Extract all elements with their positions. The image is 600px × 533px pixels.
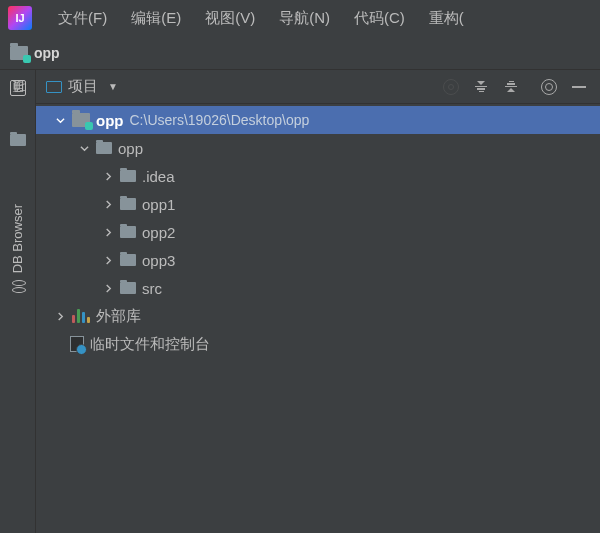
- node-name: .idea: [142, 168, 175, 185]
- breadcrumb: opp: [0, 36, 600, 70]
- external-libraries-icon: [72, 309, 90, 323]
- node-name: 临时文件和控制台: [90, 335, 210, 354]
- folder-icon: [96, 142, 112, 154]
- folder-icon: [120, 282, 136, 294]
- menu-navigate[interactable]: 导航(N): [269, 5, 340, 32]
- node-name: opp2: [142, 224, 175, 241]
- chevron-right-icon[interactable]: [102, 170, 114, 182]
- menu-edit[interactable]: 编辑(E): [121, 5, 191, 32]
- chevron-right-icon[interactable]: [102, 226, 114, 238]
- expand-all-button[interactable]: [470, 76, 492, 98]
- menu-view[interactable]: 视图(V): [195, 5, 265, 32]
- minimize-icon: [572, 86, 586, 88]
- left-toolwindow-rail: 项目 DB Browser: [0, 70, 36, 533]
- node-name: 外部库: [96, 307, 141, 326]
- scratches-icon: [70, 336, 84, 352]
- folder-icon: [10, 134, 26, 146]
- gear-icon: [541, 79, 557, 95]
- expand-icon: [475, 81, 487, 93]
- module-folder-icon: [72, 113, 90, 127]
- node-name: opp: [118, 140, 143, 157]
- menu-refactor[interactable]: 重构(: [419, 5, 474, 32]
- chevron-right-icon[interactable]: [54, 310, 66, 322]
- menu-file[interactable]: 文件(F): [48, 5, 117, 32]
- panel-view-selector[interactable]: 项目 ▼: [46, 77, 118, 96]
- panel-title: 项目: [68, 77, 98, 96]
- chevron-down-icon[interactable]: [78, 142, 90, 154]
- tree-node[interactable]: opp2: [36, 218, 600, 246]
- panel-hide-button[interactable]: [568, 76, 590, 98]
- tree-node[interactable]: opp: [36, 134, 600, 162]
- rail-item-project[interactable]: 项目: [9, 80, 27, 102]
- folder-icon: [120, 198, 136, 210]
- node-name: src: [142, 280, 162, 297]
- folder-icon: [10, 46, 28, 60]
- select-opened-file-button[interactable]: [440, 76, 462, 98]
- rail-item-db-browser[interactable]: DB Browser: [10, 204, 26, 295]
- rail-label-db: DB Browser: [10, 204, 25, 273]
- collapse-all-button[interactable]: [500, 76, 522, 98]
- monitor-icon: [46, 81, 62, 93]
- node-name: opp: [96, 112, 124, 129]
- scratches-node[interactable]: 临时文件和控制台: [36, 330, 600, 358]
- collapse-icon: [505, 81, 517, 93]
- node-name: opp3: [142, 252, 175, 269]
- app-icon-text: IJ: [15, 12, 24, 24]
- tree-node[interactable]: .idea: [36, 162, 600, 190]
- node-path: C:\Users\19026\Desktop\opp: [130, 112, 310, 128]
- database-icon: [10, 279, 26, 295]
- panel-settings-button[interactable]: [538, 76, 560, 98]
- rail-item-folder[interactable]: [10, 134, 26, 146]
- chevron-right-icon[interactable]: [102, 254, 114, 266]
- target-icon: [443, 79, 459, 95]
- project-tree[interactable]: opp C:\Users\19026\Desktop\opp opp .idea…: [36, 104, 600, 360]
- menu-code[interactable]: 代码(C): [344, 5, 415, 32]
- tree-root-node[interactable]: opp C:\Users\19026\Desktop\opp: [36, 106, 600, 134]
- app-icon: IJ: [8, 6, 32, 30]
- external-libraries-node[interactable]: 外部库: [36, 302, 600, 330]
- chevron-right-icon[interactable]: [102, 198, 114, 210]
- panel-header: 项目 ▼: [36, 70, 600, 104]
- node-name: opp1: [142, 196, 175, 213]
- menubar: IJ 文件(F) 编辑(E) 视图(V) 导航(N) 代码(C) 重构(: [0, 0, 600, 36]
- tree-node[interactable]: opp1: [36, 190, 600, 218]
- folder-icon: [120, 226, 136, 238]
- chevron-down-icon[interactable]: [54, 114, 66, 126]
- project-rail-icon: [10, 80, 26, 96]
- folder-icon: [120, 254, 136, 266]
- chevron-down-icon: ▼: [108, 81, 118, 92]
- chevron-right-icon[interactable]: [102, 282, 114, 294]
- tree-node[interactable]: opp3: [36, 246, 600, 274]
- tree-node[interactable]: src: [36, 274, 600, 302]
- folder-icon: [120, 170, 136, 182]
- project-panel: 项目 ▼ opp C:\Users\19026\Desktop\opp: [36, 70, 600, 533]
- breadcrumb-project[interactable]: opp: [34, 45, 60, 61]
